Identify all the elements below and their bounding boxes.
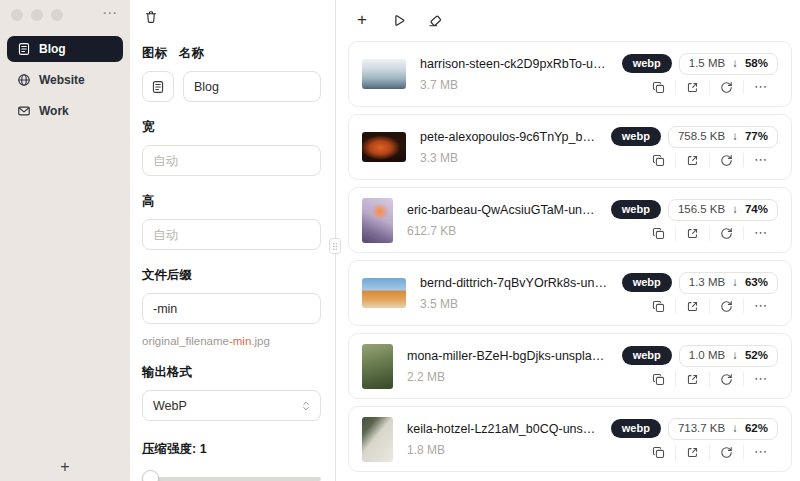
suffix-input[interactable] <box>142 293 321 324</box>
open-button[interactable] <box>675 153 709 168</box>
file-original-size: 3.7 MB <box>420 78 608 92</box>
result-badge: 1.5 MB↓58% <box>679 53 778 75</box>
reduction-percent: 74% <box>745 203 768 217</box>
refresh-icon <box>720 81 733 94</box>
zoom-button[interactable] <box>51 9 63 21</box>
stepper-icon <box>300 400 312 412</box>
sidebar-item-website[interactable]: Website <box>7 67 123 93</box>
document-icon <box>151 80 165 94</box>
action-row: ⋯ <box>642 445 778 460</box>
reconvert-button[interactable] <box>709 445 743 460</box>
more-button[interactable]: ⋯ <box>743 445 778 459</box>
reconvert-button[interactable] <box>709 299 743 314</box>
badge-row: webp 758.5 KB↓77% <box>611 126 778 148</box>
output-format-select[interactable]: WebP <box>142 390 321 421</box>
settings-panel: 图标 名称 宽 高 文件后缀 original_filename-min.jpg… <box>130 0 336 481</box>
action-row: ⋯ <box>642 80 778 95</box>
open-button[interactable] <box>675 372 709 387</box>
reduction-percent: 58% <box>745 57 768 71</box>
quality-slider[interactable] <box>142 470 321 481</box>
result-badge: 1.0 MB↓52% <box>679 345 778 367</box>
external-link-icon <box>686 154 699 167</box>
file-thumbnail <box>362 59 406 89</box>
copy-button[interactable] <box>642 372 675 387</box>
sidebar-item-label: Website <box>39 73 85 87</box>
badge-row: webp 1.0 MB↓52% <box>622 345 778 367</box>
reduction-percent: 77% <box>745 130 768 144</box>
reconvert-button[interactable] <box>709 226 743 241</box>
file-thumbnail <box>362 132 406 162</box>
file-row: mona-miller-BZeH-bgDjks-unsplash.jpg 2.2… <box>348 333 792 399</box>
close-button[interactable] <box>11 9 23 21</box>
sidebar-item-blog[interactable]: Blog <box>7 36 123 62</box>
more-button[interactable]: ⋯ <box>743 153 778 167</box>
height-input[interactable] <box>142 219 321 250</box>
file-thumbnail <box>362 417 393 462</box>
result-badge: 713.7 KB↓62% <box>668 418 778 440</box>
add-files-button[interactable]: + <box>350 8 374 32</box>
add-preset-button[interactable]: + <box>52 455 77 479</box>
external-link-icon <box>686 300 699 313</box>
minimize-button[interactable] <box>31 9 43 21</box>
window-controls <box>11 9 63 21</box>
file-thumbnail <box>362 344 393 389</box>
width-input[interactable] <box>142 145 321 176</box>
file-name: harrison-steen-ck2D9pxRbTo-unsplash.jpg <box>420 57 608 71</box>
converted-size: 713.7 KB <box>678 422 725 436</box>
clear-list-button[interactable] <box>422 8 446 32</box>
copy-icon <box>652 373 665 386</box>
badge-row: webp 156.5 KB↓74% <box>611 199 778 221</box>
file-original-size: 3.5 MB <box>420 297 608 311</box>
reconvert-button[interactable] <box>709 372 743 387</box>
file-name: keila-hotzel-Lz21aM_b0CQ-unsplash.jpg <box>407 422 597 436</box>
preset-icon-button[interactable] <box>142 71 174 102</box>
file-result: webp 1.0 MB↓52% ⋯ <box>622 345 778 387</box>
sidebar-more-button[interactable]: ⋯ <box>102 4 118 22</box>
format-field-label: 输出格式 <box>142 364 321 381</box>
refresh-icon <box>720 154 733 167</box>
copy-button[interactable] <box>642 153 675 168</box>
suffix-example-text: original_filename-min.jpg <box>142 335 321 347</box>
file-result: webp 713.7 KB↓62% ⋯ <box>611 418 778 460</box>
file-list: harrison-steen-ck2D9pxRbTo-unsplash.jpg … <box>348 41 792 472</box>
refresh-icon <box>720 227 733 240</box>
copy-button[interactable] <box>642 445 675 460</box>
refresh-icon <box>720 300 733 313</box>
reconvert-button[interactable] <box>709 153 743 168</box>
external-link-icon <box>686 81 699 94</box>
slider-thumb[interactable] <box>142 470 159 481</box>
hint-highlight: -min <box>229 335 251 347</box>
sidebar: ⋯ Blog Website Work + <box>0 0 130 481</box>
copy-button[interactable] <box>642 80 675 95</box>
badge-row: webp 1.5 MB↓58% <box>622 53 778 75</box>
preset-name-input[interactable] <box>183 71 321 102</box>
open-button[interactable] <box>675 226 709 241</box>
more-button[interactable]: ⋯ <box>743 372 778 386</box>
run-conversion-button[interactable] <box>386 8 410 32</box>
open-button[interactable] <box>675 445 709 460</box>
panel-resize-handle[interactable] <box>329 238 341 254</box>
file-result: webp 156.5 KB↓74% ⋯ <box>611 199 778 241</box>
file-result: webp 1.3 MB↓63% ⋯ <box>622 272 778 314</box>
reduction-percent: 52% <box>745 349 768 363</box>
file-original-size: 612.7 KB <box>407 224 597 238</box>
document-icon <box>17 42 31 56</box>
copy-button[interactable] <box>642 299 675 314</box>
hint-prefix: original_filename <box>142 335 229 347</box>
more-button[interactable]: ⋯ <box>743 299 778 313</box>
down-arrow-icon: ↓ <box>732 276 738 290</box>
copy-button[interactable] <box>642 226 675 241</box>
suffix-field-label: 文件后缀 <box>142 267 321 284</box>
sidebar-item-work[interactable]: Work <box>7 98 123 124</box>
delete-preset-button[interactable] <box>142 8 160 26</box>
more-button[interactable]: ⋯ <box>743 226 778 240</box>
hint-suffix: .jpg <box>251 335 270 347</box>
icon-field-label: 图标 <box>142 45 167 62</box>
result-badge: 156.5 KB↓74% <box>668 199 778 221</box>
sidebar-item-label: Blog <box>39 42 66 56</box>
more-button[interactable]: ⋯ <box>743 80 778 94</box>
reconvert-button[interactable] <box>709 80 743 95</box>
open-button[interactable] <box>675 80 709 95</box>
refresh-icon <box>720 373 733 386</box>
open-button[interactable] <box>675 299 709 314</box>
